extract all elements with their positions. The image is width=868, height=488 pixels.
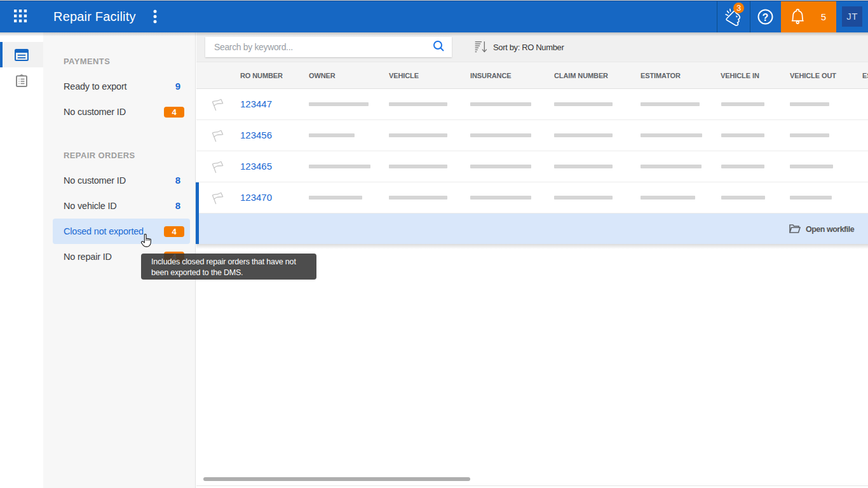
svg-text:?: ? [763, 12, 769, 23]
